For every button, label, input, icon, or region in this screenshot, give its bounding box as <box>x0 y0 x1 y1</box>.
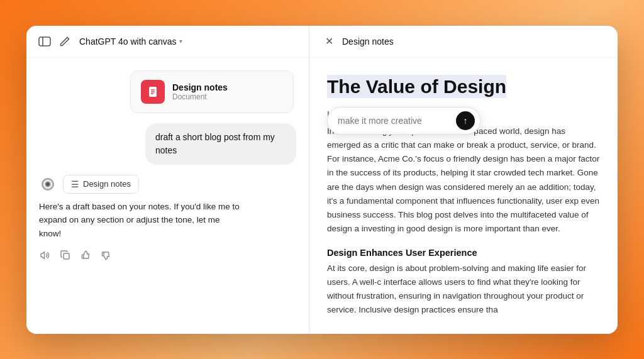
document-title: Design notes <box>172 82 228 92</box>
chat-content: Design notes Document draft a short blog… <box>26 58 309 334</box>
canvas-content: ↑ The Value of Design Introduc In an inc… <box>309 58 618 334</box>
close-canvas-button[interactable]: ✕ <box>322 35 336 48</box>
left-header: ChatGPT 4o with canvas ▾ <box>26 26 309 58</box>
doc-reference-button[interactable]: ☰ Design notes <box>63 175 139 194</box>
speaker-button[interactable] <box>39 249 52 262</box>
ai-response-text: Here's a draft based on your notes. If y… <box>39 200 240 241</box>
svg-rect-0 <box>39 37 50 46</box>
ai-avatar-icon <box>39 175 57 193</box>
app-window: ChatGPT 4o with canvas ▾ Design notes <box>26 26 618 334</box>
blog-title-block: The Value of Design <box>327 75 600 98</box>
blog-paragraph-1: In an increasingly competitive and fast-… <box>327 124 600 236</box>
blog-title: The Value of Design <box>327 75 506 98</box>
inline-edit-input[interactable] <box>338 116 451 126</box>
document-icon <box>141 80 165 104</box>
svg-point-6 <box>46 182 50 186</box>
user-message-bubble: draft a short blog post from my notes <box>145 123 296 165</box>
left-panel: ChatGPT 4o with canvas ▾ Design notes <box>26 26 309 334</box>
thumbsdown-button[interactable] <box>99 249 112 262</box>
right-panel: ✕ Design notes ↑ The Value of Design Int… <box>309 26 618 334</box>
document-card[interactable]: Design notes Document <box>130 70 294 113</box>
document-type: Document <box>172 92 228 101</box>
inline-edit-popup: ↑ <box>327 107 480 135</box>
inline-edit-submit-button[interactable]: ↑ <box>456 111 475 130</box>
canvas-header: ✕ Design notes <box>309 26 618 58</box>
blog-paragraph-2: At its core, design is about problem-sol… <box>327 262 600 318</box>
document-info: Design notes Document <box>172 82 228 101</box>
model-selector[interactable]: ChatGPT 4o with canvas ▾ <box>79 36 182 47</box>
blog-section-1-title: Design Enhances User Experience <box>327 248 600 258</box>
chevron-down-icon: ▾ <box>179 38 182 45</box>
ai-action-buttons <box>39 249 240 262</box>
thumbsup-button[interactable] <box>79 249 92 262</box>
doc-ref-label: Design notes <box>83 179 131 189</box>
submit-arrow-icon: ↑ <box>464 116 468 126</box>
canvas-title: Design notes <box>342 36 394 47</box>
model-name: ChatGPT 4o with canvas <box>79 36 177 47</box>
sidebar-toggle-icon[interactable] <box>38 35 52 48</box>
ai-response-header: ☰ Design notes <box>39 175 240 194</box>
doc-small-icon: ☰ <box>71 179 79 189</box>
new-chat-icon[interactable] <box>58 35 72 48</box>
svg-rect-7 <box>64 253 69 259</box>
ai-response: ☰ Design notes Here's a draft based on y… <box>39 175 240 262</box>
copy-button[interactable] <box>59 249 72 262</box>
